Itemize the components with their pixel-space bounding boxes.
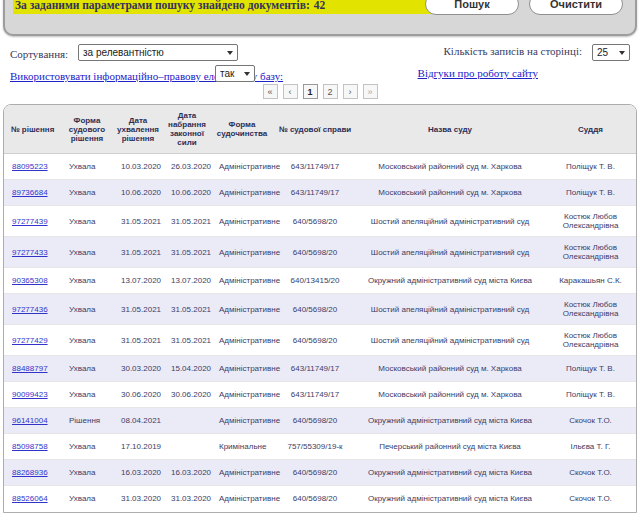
table-row: 97277433 Ухвала 31.05.2021 31.05.2021 Ад…	[4, 237, 637, 268]
search-button[interactable]: Пошук	[425, 0, 519, 15]
court-name-cell: Окружний адміністративний суд міста Києв…	[357, 268, 543, 294]
proceeding-form-cell: Адміністративне	[211, 294, 273, 325]
decision-date-cell: 31.05.2021	[113, 206, 163, 237]
court-name-cell: Московський районний суд м. Харкова	[357, 356, 543, 382]
decision-number-link[interactable]: 90365308	[12, 276, 48, 285]
case-number-cell: 640/5698/20	[273, 294, 357, 325]
court-name-cell: Шостий апеляційний адміністративний суд	[357, 206, 543, 237]
results-table-header: № рішення Форма судового рішення Дата ух…	[4, 105, 637, 154]
case-number-cell: 643/11749/17	[273, 154, 357, 180]
decision-number-link[interactable]: 97277439	[12, 217, 48, 226]
decision-number-link[interactable]: 88095223	[12, 162, 48, 171]
proceeding-form-cell: Адміністративне	[211, 206, 273, 237]
pagination-last-button[interactable]: »	[363, 84, 378, 99]
decision-date-cell: 31.05.2021	[113, 325, 163, 356]
pagination-prev-button[interactable]: ‹	[283, 84, 298, 99]
col-header-decision-number: № рішення	[4, 105, 61, 154]
decision-number-link[interactable]: 85098758	[12, 442, 48, 451]
feedback-link[interactable]: Відгуки про роботу сайту	[418, 67, 538, 79]
pagination-page-1-button[interactable]: 1	[303, 84, 318, 99]
judge-cell: Скочок Т.О.	[543, 486, 637, 512]
chevron-down-icon	[227, 51, 233, 55]
court-name-cell: Московський районний суд м. Харкова	[357, 382, 543, 408]
decision-number-link[interactable]: 97277429	[12, 336, 48, 345]
case-number-cell: 640/5698/20	[273, 325, 357, 356]
clear-button[interactable]: Очистити	[529, 0, 623, 15]
force-date-cell: 16.03.2020	[163, 460, 211, 486]
pagination: « ‹ 1 2 › »	[0, 84, 640, 100]
decision-date-cell: 30.06.2020	[113, 382, 163, 408]
court-name-cell: Окружний адміністративний суд міста Києв…	[357, 486, 543, 512]
page-size-label: Кількість записів на сторінці:	[444, 45, 583, 57]
decision-date-cell: 16.03.2020	[113, 460, 163, 486]
court-name-cell: Окружний адміністративний суд міста Києв…	[357, 460, 543, 486]
judge-cell: Костюк Любов Олександрівна	[543, 325, 637, 356]
chevron-down-icon	[619, 51, 625, 55]
decision-number-link[interactable]: 89736684	[12, 188, 48, 197]
decision-form-cell: Ухвала	[61, 382, 113, 408]
decision-form-cell: Ухвала	[61, 268, 113, 294]
legal-base-select[interactable]: так	[215, 65, 255, 82]
decision-form-cell: Ухвала	[61, 154, 113, 180]
decision-number-link[interactable]: 88488797	[12, 364, 48, 373]
decision-form-cell: Ухвала	[61, 356, 113, 382]
table-row: 88095223 Ухвала 10.03.2020 26.03.2020 Ад…	[4, 154, 637, 180]
decision-form-cell: Ухвала	[61, 294, 113, 325]
case-number-cell: 640/5698/20	[273, 460, 357, 486]
decision-number-link[interactable]: 97277436	[12, 305, 48, 314]
court-name-cell: Шостий апеляційний адміністративний суд	[357, 294, 543, 325]
pagination-next-button[interactable]: ›	[343, 84, 358, 99]
decision-form-cell: Рішення	[61, 408, 113, 434]
page-size-select-value: 25	[597, 47, 608, 58]
table-row: 90099423 Ухвала 30.06.2020 30.06.2020 Ад…	[4, 382, 637, 408]
decision-date-cell: 17.10.2019	[113, 434, 163, 460]
proceeding-form-cell: Адміністративне	[211, 460, 273, 486]
result-count-line: За заданими параметрами пошуку знайдено …	[13, 0, 437, 14]
proceeding-form-cell: Адміністративне	[211, 237, 273, 268]
decision-number-link[interactable]: 96141004	[12, 416, 48, 425]
result-count-value: 42	[314, 0, 326, 11]
decision-number-link[interactable]: 97277433	[12, 248, 48, 257]
court-name-cell: Шостий апеляційний адміністративний суд	[357, 237, 543, 268]
court-name-cell: Московський районний суд м. Харкова	[357, 154, 543, 180]
force-date-cell	[163, 434, 211, 460]
judge-cell: Костюк Любов Олександрівна	[543, 294, 637, 325]
decision-number-link[interactable]: 90099423	[12, 390, 48, 399]
table-row: 97277429 Ухвала 31.05.2021 31.05.2021 Ад…	[4, 325, 637, 356]
chevron-down-icon	[244, 72, 250, 76]
col-header-case-number: № судової справи	[273, 105, 357, 154]
sort-select[interactable]: за релевантністю	[78, 44, 238, 61]
judge-cell: Костюк Любов Олександрівна	[543, 237, 637, 268]
judge-cell: Скочок Т.О.	[543, 408, 637, 434]
pagination-first-button[interactable]: «	[263, 84, 278, 99]
table-row: 97277436 Ухвала 31.05.2021 31.05.2021 Ад…	[4, 294, 637, 325]
table-row: 97277439 Ухвала 31.05.2021 31.05.2021 Ад…	[4, 206, 637, 237]
decision-form-cell: Ухвала	[61, 180, 113, 206]
force-date-cell: 15.04.2020	[163, 356, 211, 382]
proceeding-form-cell: Адміністративне	[211, 356, 273, 382]
force-date-cell: 10.06.2020	[163, 180, 211, 206]
results-table-body: 88095223 Ухвала 10.03.2020 26.03.2020 Ад…	[4, 154, 637, 512]
decision-date-cell: 13.07.2020	[113, 268, 163, 294]
judge-cell: Ільєва Т. Г.	[543, 434, 637, 460]
case-number-cell: 640/5698/20	[273, 206, 357, 237]
court-name-cell: Печерський районний суд міста Києва	[357, 434, 543, 460]
judge-cell: Поліщук Т. В.	[543, 382, 637, 408]
case-number-cell: 643/11749/17	[273, 180, 357, 206]
case-number-cell: 640/5698/20	[273, 486, 357, 512]
judge-cell: Поліщук Т. В.	[543, 154, 637, 180]
pagination-page-2-button[interactable]: 2	[323, 84, 338, 99]
decision-number-link[interactable]: 88268936	[12, 468, 48, 477]
decision-date-cell: 31.03.2020	[113, 486, 163, 512]
judge-cell: Поліщук Т. В.	[543, 356, 637, 382]
judge-cell: Костюк Любов Олександрівна	[543, 206, 637, 237]
decision-date-cell: 30.03.2020	[113, 356, 163, 382]
page-size-select[interactable]: 25	[592, 44, 630, 61]
decision-date-cell: 31.05.2021	[113, 294, 163, 325]
proceeding-form-cell: Кримінальне	[211, 434, 273, 460]
case-number-cell: 757/55309/19-к	[273, 434, 357, 460]
col-header-force-date: Дата набрання законної сили	[163, 105, 211, 154]
decision-form-cell: Ухвала	[61, 434, 113, 460]
decision-number-link[interactable]: 88526064	[12, 494, 48, 503]
proceeding-form-cell: Адміністративне	[211, 382, 273, 408]
